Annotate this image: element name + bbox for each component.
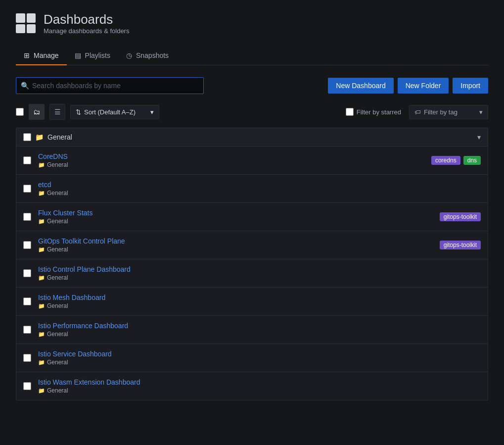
dashboard-info: Istio Service Dashboard 📁 General [38,350,481,366]
table-row: CoreDNS 📁 General corednsdns [16,147,488,175]
row-checkbox[interactable] [23,326,31,334]
dashboard-folder: 📁 General [38,218,440,225]
folder-name: General [47,387,68,394]
section-header: 📁 General ▾ [16,128,488,147]
dashboard-name[interactable]: etcd [38,181,481,189]
header-text: Dashboards Manage dashboards & folders [44,12,129,35]
folder-icon: 📁 [38,331,45,338]
dashboard-name[interactable]: GitOps Toolkit Control Plane [38,237,440,245]
row-checkbox[interactable] [23,297,31,305]
dashboard-folder: 📁 General [38,274,481,281]
folder-icon: 📁 [38,359,45,366]
new-dashboard-button[interactable]: New Dashboard [328,78,393,94]
tab-bar: ⊞ Manage ▤ Playlists ◷ Snapshots [16,47,488,65]
folder-icon: 📁 [38,275,45,281]
row-checkbox[interactable] [23,354,31,362]
folder-view-icon: 🗂 [33,108,40,116]
tag-badge: gitops-toolkit [440,212,481,221]
row-checkbox[interactable] [23,213,31,221]
dashboard-name[interactable]: Istio Wasm Extension Dashboard [38,378,481,386]
dashboard-folder: 📁 General [38,359,481,366]
tab-playlists[interactable]: ▤ Playlists [67,47,118,65]
manage-icon: ⊞ [24,51,30,59]
section-checkbox[interactable] [23,133,31,141]
list-view-icon: ☰ [54,108,61,116]
dashboard-info: Istio Wasm Extension Dashboard 📁 General [38,378,481,394]
dashboard-folder: 📁 General [38,190,481,197]
dashboard-section: 📁 General ▾ CoreDNS 📁 General corednsdns… [16,128,488,400]
select-all-checkbox[interactable] [16,108,24,116]
section-folder-icon: 📁 [35,133,44,141]
tab-snapshots[interactable]: ◷ Snapshots [118,47,177,65]
filter-starred-checkbox[interactable] [346,108,354,116]
folder-name: General [47,331,68,338]
folder-name: General [47,359,68,366]
folder-name: General [47,274,68,281]
tab-manage-label: Manage [34,51,59,59]
dashboard-folder: 📁 General [38,246,440,253]
filter-tag-dropdown[interactable]: 🏷 Filter by tag ▾ [409,105,488,119]
row-checkbox[interactable] [23,156,31,164]
dashboard-info: Flux Cluster Stats 📁 General [38,209,440,225]
dashboard-name[interactable]: Istio Control Plane Dashboard [38,265,481,273]
filter-starred-label[interactable]: Filter by starred [346,108,401,116]
folder-icon: 📁 [38,303,45,309]
filter-tag-chevron-icon: ▾ [479,108,483,116]
row-checkbox[interactable] [23,241,31,249]
dashboard-name[interactable]: Istio Mesh Dashboard [38,294,481,301]
table-row: Istio Service Dashboard 📁 General [16,344,488,372]
page-title: Dashboards [44,12,129,27]
tab-playlists-label: Playlists [85,51,110,59]
dashboard-info: GitOps Toolkit Control Plane 📁 General [38,237,440,253]
sort-chevron-icon: ▾ [150,108,154,116]
tag-list: gitops-toolkit [440,241,481,249]
search-wrapper: 🔍 [16,77,204,94]
folder-name: General [47,190,68,197]
tag-badge: dns [463,156,481,165]
row-checkbox[interactable] [23,269,31,277]
list-view-button[interactable]: ☰ [49,104,65,120]
dashboard-info: etcd 📁 General [38,181,481,197]
search-icon: 🔍 [21,82,29,90]
dashboard-info: CoreDNS 📁 General [38,152,431,168]
folder-name: General [47,161,68,168]
search-input[interactable] [16,77,204,94]
table-row: Istio Control Plane Dashboard 📁 General [16,259,488,288]
tag-badge: coredns [431,156,460,165]
filter-starred-text: Filter by starred [357,108,401,116]
dashboard-folder: 📁 General [38,331,481,338]
tag-badge: gitops-toolkit [440,241,481,249]
folder-icon: 📁 [38,218,45,225]
folder-name: General [47,218,68,225]
folder-name: General [47,246,68,253]
import-button[interactable]: Import [453,78,488,94]
dashboard-name[interactable]: CoreDNS [38,152,431,160]
sort-dropdown[interactable]: ⇅ Sort (Default A–Z) ▾ [70,105,159,119]
dashboard-info: Istio Performance Dashboard 📁 General [38,322,481,338]
dashboard-info: Istio Mesh Dashboard 📁 General [38,294,481,309]
folder-view-button[interactable]: 🗂 [29,104,45,120]
tab-snapshots-label: Snapshots [136,51,169,59]
table-row: Istio Mesh Dashboard 📁 General [16,288,488,316]
section-collapse-icon[interactable]: ▾ [477,133,481,141]
dashboard-folder: 📁 General [38,302,481,309]
page-container: Dashboards Manage dashboards & folders ⊞… [0,0,504,412]
dashboard-name[interactable]: Flux Cluster Stats [38,209,440,217]
filter-tag-text: Filter by tag [424,108,458,116]
row-checkbox[interactable] [23,185,31,193]
snapshots-icon: ◷ [126,51,132,59]
folder-icon: 📁 [38,247,45,253]
table-row: etcd 📁 General [16,175,488,203]
toolbar-right: New Dashboard New Folder Import [328,78,488,94]
new-folder-button[interactable]: New Folder [398,78,449,94]
dashboard-name[interactable]: Istio Service Dashboard [38,350,481,358]
tab-manage[interactable]: ⊞ Manage [16,47,67,65]
table-row: Istio Performance Dashboard 📁 General [16,316,488,344]
section-header-left: 📁 General [23,133,473,141]
row-checkbox[interactable] [23,382,31,390]
filter-right: Filter by starred 🏷 Filter by tag ▾ [346,105,488,119]
page-subtitle: Manage dashboards & folders [44,27,129,35]
dashboard-name[interactable]: Istio Performance Dashboard [38,322,481,330]
table-row: GitOps Toolkit Control Plane 📁 General g… [16,231,488,259]
tag-list: corednsdns [431,156,481,165]
